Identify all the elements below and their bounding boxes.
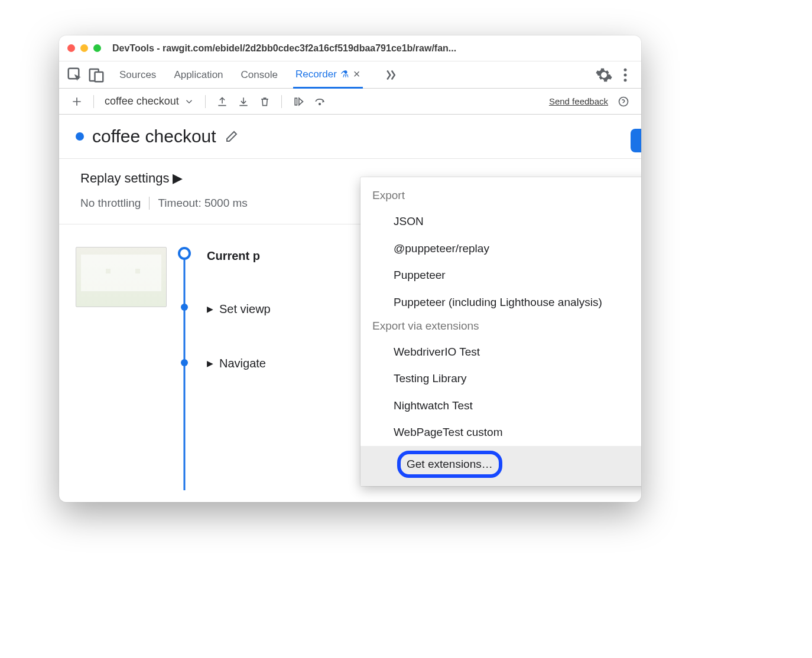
caret-right-icon: ▶ bbox=[173, 171, 183, 186]
divider bbox=[205, 95, 206, 108]
export-menu: Export JSON @puppeteer/replay Puppeteer … bbox=[360, 177, 641, 486]
caret-right-icon: ▶ bbox=[207, 359, 213, 368]
replay-settings-label: Replay settings bbox=[80, 171, 169, 186]
send-feedback-link[interactable]: Send feedback bbox=[549, 96, 608, 106]
help-icon[interactable] bbox=[614, 92, 633, 111]
export-puppeteer[interactable]: Puppeteer bbox=[360, 262, 641, 289]
timeline-marker-current bbox=[178, 247, 191, 260]
recording-header: coffee checkout bbox=[59, 115, 641, 159]
timeout-value[interactable]: Timeout: 5000 ms bbox=[158, 197, 247, 210]
action-button[interactable] bbox=[631, 129, 641, 152]
export-nightwatch[interactable]: Nightwatch Test bbox=[360, 392, 641, 419]
panel-tabs: Sources Application Console Recorder ⚗ × bbox=[117, 61, 398, 88]
tab-console[interactable]: Console bbox=[239, 61, 280, 88]
edit-icon[interactable] bbox=[225, 129, 239, 144]
export-webdriverio[interactable]: WebdriverIO Test bbox=[360, 338, 641, 366]
tabs-bar: Sources Application Console Recorder ⚗ × bbox=[59, 61, 641, 89]
throttling-value[interactable]: No throttling bbox=[80, 197, 141, 210]
export-section-header: Export bbox=[360, 185, 641, 208]
timeline-marker bbox=[181, 304, 188, 311]
close-window[interactable] bbox=[67, 44, 75, 52]
export-icon[interactable] bbox=[213, 92, 232, 111]
step-label: Set viewp bbox=[219, 302, 271, 316]
get-extensions-item[interactable]: Get extensions… bbox=[360, 446, 641, 486]
svg-rect-2 bbox=[95, 72, 103, 82]
settings-icon[interactable] bbox=[595, 66, 613, 84]
import-icon[interactable] bbox=[234, 92, 253, 111]
more-tabs-icon[interactable] bbox=[381, 66, 398, 84]
export-webpagetest[interactable]: WebPageTest custom bbox=[360, 419, 641, 446]
play-icon[interactable] bbox=[289, 92, 308, 111]
tab-label: Application bbox=[174, 69, 223, 81]
tab-label: Console bbox=[241, 69, 278, 81]
device-toolbar-icon[interactable] bbox=[87, 66, 105, 84]
get-extensions-highlight: Get extensions… bbox=[397, 451, 502, 478]
add-recording-icon[interactable] bbox=[67, 92, 86, 111]
export-puppeteer-replay[interactable]: @puppeteer/replay bbox=[360, 235, 641, 262]
tab-application[interactable]: Application bbox=[171, 61, 225, 88]
caret-right-icon: ▶ bbox=[207, 304, 213, 314]
devtools-window: DevTools - rawgit.com/ebidel/2d2bb0cdec3… bbox=[59, 35, 641, 502]
tab-sources[interactable]: Sources bbox=[117, 61, 158, 88]
minimize-window[interactable] bbox=[80, 44, 88, 52]
recording-name: coffee checkout bbox=[105, 95, 179, 108]
tab-recorder[interactable]: Recorder ⚗ × bbox=[293, 62, 363, 89]
maximize-window[interactable] bbox=[93, 44, 101, 52]
svg-point-4 bbox=[624, 73, 627, 76]
timeline-track bbox=[177, 247, 191, 372]
svg-rect-6 bbox=[295, 98, 297, 105]
chevron-down-icon bbox=[184, 96, 194, 107]
traffic-lights bbox=[67, 44, 101, 52]
record-dot-icon bbox=[76, 132, 84, 141]
step-over-icon[interactable] bbox=[310, 92, 329, 111]
timeline-line bbox=[184, 253, 186, 490]
divider bbox=[93, 95, 94, 108]
titlebar: DevTools - rawgit.com/ebidel/2d2bb0cdec3… bbox=[59, 35, 641, 61]
experiment-icon: ⚗ bbox=[340, 69, 349, 80]
close-tab-icon[interactable]: × bbox=[353, 67, 360, 81]
window-title: DevTools - rawgit.com/ebidel/2d2bb0cdec3… bbox=[112, 43, 633, 54]
svg-point-3 bbox=[624, 68, 627, 71]
recorder-toolbar: coffee checkout Send feedback bbox=[59, 89, 641, 115]
more-options-icon[interactable] bbox=[616, 66, 634, 84]
get-extensions-label: Get extensions… bbox=[407, 458, 493, 470]
svg-point-7 bbox=[319, 103, 321, 105]
step-label: Current p bbox=[207, 249, 260, 263]
delete-icon[interactable] bbox=[255, 92, 274, 111]
page-thumbnail bbox=[76, 247, 167, 307]
export-extensions-header: Export via extensions bbox=[360, 316, 641, 338]
export-puppeteer-lighthouse[interactable]: Puppeteer (including Lighthouse analysis… bbox=[360, 289, 641, 316]
inspect-element-icon[interactable] bbox=[66, 66, 84, 84]
divider bbox=[149, 197, 150, 210]
recording-title: coffee checkout bbox=[92, 126, 216, 146]
timeline-marker bbox=[181, 359, 188, 366]
step-label: Navigate bbox=[219, 357, 266, 370]
export-json[interactable]: JSON bbox=[360, 208, 641, 235]
divider bbox=[281, 95, 282, 108]
recording-picker[interactable]: coffee checkout bbox=[101, 95, 198, 108]
tab-label: Sources bbox=[119, 69, 156, 81]
tab-label: Recorder bbox=[295, 69, 337, 80]
svg-point-5 bbox=[624, 79, 627, 82]
export-testing-library[interactable]: Testing Library bbox=[360, 365, 641, 392]
